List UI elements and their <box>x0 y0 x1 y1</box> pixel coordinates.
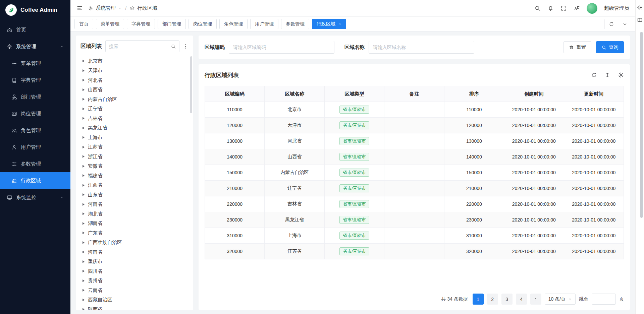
table-row[interactable]: 150000内蒙古自治区省市/直辖市1500002020-10-01 00:00… <box>205 165 624 181</box>
column-header[interactable]: 区域名称 <box>265 86 324 102</box>
jump-page-input[interactable] <box>592 294 616 305</box>
tree-item[interactable]: 广东省 <box>80 228 189 238</box>
table-density-button[interactable] <box>604 72 610 78</box>
sidebar-item-menu[interactable]: 菜单管理 <box>0 55 70 72</box>
column-header[interactable]: 备注 <box>384 86 444 102</box>
tree-item[interactable]: 辽宁省 <box>80 104 189 114</box>
column-header[interactable]: 更新时间 <box>564 86 624 102</box>
sidebar-item-user[interactable]: 用户管理 <box>0 139 70 155</box>
tree-scrollbar[interactable] <box>190 56 192 113</box>
table-row[interactable]: 220000吉林省省市/直辖市2200002020-10-01 00:00:00… <box>205 196 624 212</box>
fullscreen-button[interactable] <box>560 5 567 11</box>
sidebar-item-system[interactable]: 系统管理 <box>0 38 70 55</box>
page-size-select[interactable]: 10 条/页 <box>545 294 576 305</box>
tab-param[interactable]: 参数管理 <box>281 19 309 29</box>
column-header[interactable]: 创建时间 <box>504 86 564 102</box>
tree-item[interactable]: 福建省 <box>80 171 189 181</box>
tab-home[interactable]: 首页 <box>74 19 93 29</box>
page-4-button[interactable]: 4 <box>516 294 527 305</box>
sidebar-item-dict[interactable]: 字典管理 <box>0 72 70 88</box>
tab-post[interactable]: 岗位管理 <box>189 19 217 29</box>
tree-item[interactable]: 湖北省 <box>80 209 189 219</box>
tree-item[interactable]: 海南省 <box>80 247 189 257</box>
table-row[interactable]: 140000山西省省市/直辖市1400002020-10-01 00:00:00… <box>205 149 624 165</box>
table-refresh-button[interactable] <box>591 72 597 78</box>
tree-item[interactable]: 江苏省 <box>80 142 189 152</box>
column-header[interactable]: 排序 <box>444 86 504 102</box>
sidebar-item-label: 系统管理 <box>16 44 36 50</box>
region-name-input[interactable] <box>369 41 474 54</box>
tab-dict[interactable]: 字典管理 <box>127 19 155 29</box>
close-icon[interactable] <box>338 22 341 26</box>
tree-item[interactable]: 浙江省 <box>80 152 189 162</box>
sidebar-item-post[interactable]: 岗位管理 <box>0 105 70 122</box>
table-row[interactable]: 130000河北省省市/直辖市1300002020-10-01 00:00:00… <box>205 133 624 149</box>
region-tree-more-button[interactable] <box>183 44 189 49</box>
tree-item[interactable]: 广西壮族自治区 <box>80 238 189 248</box>
avatar[interactable] <box>587 3 597 14</box>
translate-button[interactable] <box>574 5 580 11</box>
table-row[interactable]: 210000辽宁省省市/直辖市2100002020-10-01 00:00:00… <box>205 181 624 196</box>
region-code-input[interactable] <box>229 41 334 54</box>
sidebar-item-home[interactable]: 首页 <box>0 21 70 38</box>
notifications-button[interactable] <box>547 5 554 11</box>
region-tree-search-input[interactable] <box>106 44 167 49</box>
refresh-tabs-button[interactable] <box>604 19 618 29</box>
page-1-button[interactable]: 1 <box>473 294 484 305</box>
username[interactable]: 超级管理员 <box>604 5 629 11</box>
table-row[interactable]: 120000天津市省市/直辖市1200002020-10-01 00:00:00… <box>205 118 624 133</box>
tab-user[interactable]: 用户管理 <box>250 19 278 29</box>
layout-toggle-button[interactable] <box>637 17 643 23</box>
tree-item[interactable]: 天津市 <box>80 66 189 76</box>
tree-item[interactable]: 山西省 <box>80 85 189 95</box>
tree-item[interactable]: 湖南省 <box>80 219 189 229</box>
tree-item[interactable]: 上海市 <box>80 133 189 142</box>
app-logo[interactable]: Coffee Admin <box>0 0 70 20</box>
table-row[interactable]: 310000上海市省市/直辖市3100002020-10-01 00:00:00… <box>205 228 624 244</box>
next-page-button[interactable] <box>530 294 541 305</box>
tree-item[interactable]: 北京市 <box>80 56 189 66</box>
tree-item[interactable]: 陕西省 <box>80 305 189 310</box>
region-tree-search-button[interactable] <box>167 41 179 52</box>
tree-item[interactable]: 河南省 <box>80 200 189 209</box>
collapse-sidebar-icon[interactable] <box>76 5 83 11</box>
query-button[interactable]: 查询 <box>596 41 624 53</box>
tab-dept[interactable]: 部门管理 <box>158 19 186 29</box>
tree-item[interactable]: 四川省 <box>80 266 189 276</box>
breadcrumb-item-system[interactable]: 系统管理 <box>96 5 116 11</box>
reset-button[interactable]: 重置 <box>564 41 591 53</box>
table-row[interactable]: 110000北京市省市/直辖市1100002020-10-01 00:00:00… <box>205 102 624 118</box>
tree-item[interactable]: 内蒙古自治区 <box>80 95 189 104</box>
page-scrollbar[interactable] <box>640 32 643 218</box>
sidebar-item-dept[interactable]: 部门管理 <box>0 88 70 105</box>
table-settings-button[interactable] <box>618 72 624 78</box>
table-row[interactable]: 320000江苏省省市/直辖市3200002020-10-01 00:00:00… <box>205 244 624 259</box>
sidebar-item-region[interactable]: 行政区域 <box>0 172 70 189</box>
tree-item[interactable]: 西藏自治区 <box>80 295 189 305</box>
tree-item[interactable]: 河北省 <box>80 75 189 85</box>
tree-item[interactable]: 重庆市 <box>80 257 189 267</box>
theme-settings-button[interactable] <box>637 5 643 10</box>
column-header[interactable]: 区域类型 <box>324 86 384 102</box>
sidebar-item-role[interactable]: 角色管理 <box>0 122 70 139</box>
tree-item[interactable]: 云南省 <box>80 286 189 295</box>
tab-menu[interactable]: 菜单管理 <box>96 19 124 29</box>
tab-role[interactable]: 角色管理 <box>219 19 248 29</box>
tree-item[interactable]: 黑龙江省 <box>80 123 189 133</box>
sidebar-item-param[interactable]: 参数管理 <box>0 155 70 172</box>
tab-region[interactable]: 行政区域 <box>312 19 346 29</box>
tree-item[interactable]: 山东省 <box>80 190 189 200</box>
caret-right-icon <box>83 69 85 72</box>
page-3-button[interactable]: 3 <box>501 294 513 305</box>
column-header[interactable]: 区域编码 <box>205 86 265 102</box>
search-button[interactable] <box>534 5 541 11</box>
tabs-menu-button[interactable] <box>618 19 631 29</box>
breadcrumb-item-region[interactable]: 行政区域 <box>137 5 157 11</box>
table-row[interactable]: 230000黑龙江省省市/直辖市2300002020-10-01 00:00:0… <box>205 212 624 228</box>
tree-item[interactable]: 吉林省 <box>80 114 189 123</box>
page-2-button[interactable]: 2 <box>487 294 498 305</box>
tree-item[interactable]: 江西省 <box>80 181 189 190</box>
sidebar-item-monitor[interactable]: 系统监控 <box>0 189 70 206</box>
tree-item[interactable]: 贵州省 <box>80 276 189 286</box>
tree-item[interactable]: 安徽省 <box>80 162 189 171</box>
